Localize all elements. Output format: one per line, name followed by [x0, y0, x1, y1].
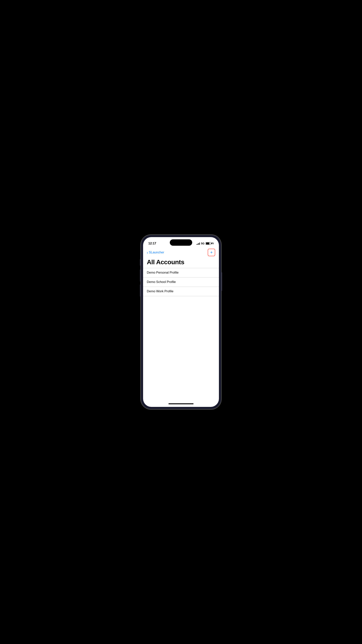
add-account-button[interactable]: + — [208, 249, 215, 256]
phone-frame: 12:17 5G 76 ‹ — [141, 235, 221, 409]
page-title-area: All Accounts — [143, 258, 219, 268]
account-label: Demo Personal Profile — [147, 271, 179, 274]
list-item[interactable]: Demo School Profile — [143, 278, 219, 287]
home-indicator-area — [143, 400, 219, 407]
list-item[interactable]: Demo Work Profile — [143, 287, 219, 296]
status-time: 12:17 — [148, 242, 156, 245]
mute-button[interactable] — [140, 259, 141, 266]
signal-5g-label: 5G — [201, 242, 204, 245]
volume-up-button[interactable] — [140, 270, 141, 282]
battery-fill — [206, 242, 209, 244]
status-icons: 5G 76 — [196, 242, 214, 245]
plus-icon: + — [210, 250, 213, 254]
power-button[interactable] — [221, 272, 222, 291]
chevron-left-icon: ‹ — [147, 250, 148, 254]
volume-down-button[interactable] — [140, 284, 141, 296]
back-label: SLauncher — [149, 250, 164, 254]
back-button[interactable]: ‹ SLauncher — [147, 250, 164, 254]
accounts-list: Demo Personal Profile Demo School Profil… — [143, 268, 219, 401]
list-item[interactable]: Demo Personal Profile — [143, 268, 219, 278]
battery-level: 76 — [211, 242, 214, 245]
status-bar: 12:17 5G 76 — [143, 237, 219, 247]
battery-icon: 76 — [206, 242, 214, 245]
home-indicator — [169, 403, 193, 404]
navigation-bar: ‹ SLauncher + — [143, 247, 219, 258]
account-label: Demo School Profile — [147, 280, 176, 284]
phone-screen: 12:17 5G 76 ‹ — [143, 237, 219, 407]
account-label: Demo Work Profile — [147, 290, 173, 293]
signal-icon — [196, 242, 200, 245]
dynamic-island — [170, 239, 192, 246]
page-title: All Accounts — [147, 258, 215, 266]
